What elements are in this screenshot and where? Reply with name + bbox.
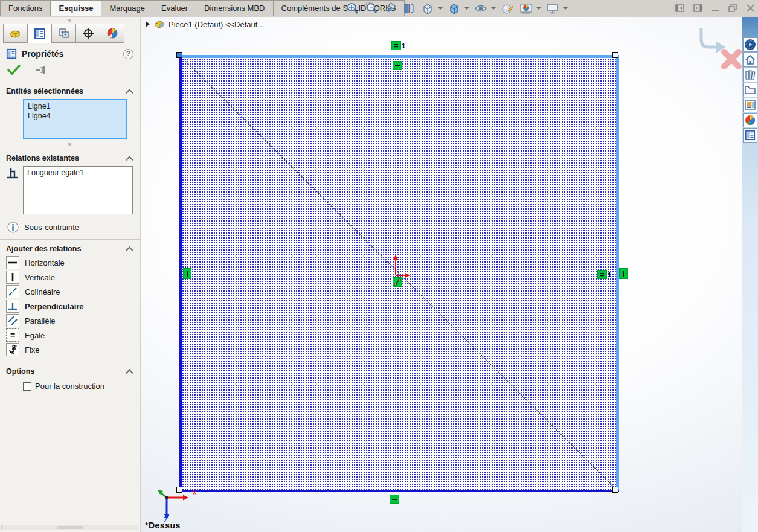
view-palette-icon[interactable]	[743, 98, 757, 112]
tab-esquisse[interactable]: Esquisse	[50, 0, 101, 16]
vertical-relation-badge[interactable]	[619, 268, 628, 279]
previous-view-icon[interactable]	[383, 1, 397, 16]
home-icon[interactable]	[743, 53, 757, 67]
horizontal-relation-badge[interactable]	[390, 495, 399, 504]
listbox-resize-grip[interactable]	[0, 141, 140, 147]
properties-icon	[6, 48, 17, 59]
apply-scene-dropdown[interactable]	[536, 7, 541, 10]
collapse-chevron-icon[interactable]	[126, 246, 133, 254]
close-icon[interactable]	[747, 4, 754, 12]
add-relation-parallele[interactable]: Parallèle	[6, 313, 140, 328]
cancel-sketch-icon[interactable]	[724, 52, 739, 66]
constraint-status-text: Sous-contrainte	[24, 223, 79, 232]
manager-pane-tabs	[0, 24, 140, 43]
add-relation-colineaire[interactable]: Colinéaire	[6, 284, 140, 299]
horizontal-relation-icon	[7, 257, 18, 268]
tab-configuration-manager[interactable]	[51, 24, 76, 43]
zoom-to-area-icon[interactable]	[364, 1, 379, 16]
edit-appearance-icon[interactable]	[500, 1, 515, 16]
selected-entity-item[interactable]: Ligne4	[28, 111, 122, 121]
view-settings-icon[interactable]	[545, 1, 560, 16]
equal-relation-badge[interactable]: =	[391, 41, 401, 50]
parallel-relation-icon	[7, 315, 18, 326]
vertex-handle-top-left[interactable]	[176, 52, 182, 58]
horizontal-relation-badge[interactable]	[393, 61, 402, 70]
options-title: Options	[6, 367, 34, 376]
tab-evaluer[interactable]: Evaluer	[153, 0, 196, 16]
feature-tree-breadcrumb[interactable]: Pièce1 (Défaut) <<Défaut...	[146, 19, 264, 29]
tab-property-manager[interactable]	[27, 24, 52, 43]
part-icon	[154, 19, 164, 29]
vertical-relation-badge[interactable]	[183, 268, 191, 279]
restore-icon[interactable]	[728, 4, 737, 12]
sketch-edge-left[interactable]	[179, 55, 182, 492]
section-selected-entities-header[interactable]: Entités sélectionnées	[0, 83, 140, 98]
existing-relations-title: Relations existantes	[6, 154, 79, 162]
design-library-icon[interactable]	[743, 68, 757, 82]
exit-sketch-icon[interactable]	[701, 28, 717, 47]
section-options-header[interactable]: Options	[0, 364, 140, 378]
file-explorer-icon[interactable]	[743, 83, 757, 97]
hide-show-items-dropdown[interactable]	[491, 7, 496, 10]
collapse-chevron-icon[interactable]	[126, 369, 133, 377]
hide-show-items-icon[interactable]	[474, 1, 488, 16]
expand-tree-icon[interactable]	[146, 21, 150, 27]
vertex-handle-top-right[interactable]	[612, 52, 618, 58]
fix-anchor-icon	[7, 344, 18, 355]
tab-dimxpert-manager[interactable]	[75, 24, 100, 43]
collapse-pane-left-icon[interactable]	[675, 4, 684, 12]
sketch-origin[interactable]	[384, 254, 413, 279]
view-settings-dropdown[interactable]	[563, 7, 568, 10]
collapse-chevron-icon[interactable]	[126, 156, 133, 164]
add-relation-verticale[interactable]: Verticale	[6, 270, 140, 284]
selected-entities-listbox[interactable]: Ligne1 Ligne4	[23, 99, 127, 139]
view-orientation-dropdown[interactable]	[438, 7, 443, 10]
property-manager-header: Propriétés ?	[0, 43, 140, 62]
section-existing-relations-header[interactable]: Relations existantes	[0, 150, 140, 165]
vertex-handle-bottom-right[interactable]	[612, 487, 618, 493]
help-icon[interactable]: ?	[123, 49, 133, 59]
ok-check-icon[interactable]	[7, 65, 21, 75]
appearances-icon[interactable]	[743, 113, 757, 127]
tab-dimensions-mbd[interactable]: Dimensions MBD	[196, 0, 273, 16]
panel-resize-grip[interactable]	[0, 17, 140, 24]
add-relation-egale[interactable]: = Egale	[6, 328, 140, 342]
tab-marquage[interactable]: Marquage	[101, 0, 153, 16]
tab-display-manager[interactable]	[100, 24, 124, 43]
panel-horizontal-scrollbar[interactable]	[1, 525, 138, 530]
pin-icon[interactable]	[35, 65, 48, 75]
tab-feature-manager[interactable]	[3, 24, 28, 43]
display-style-icon[interactable]	[447, 1, 461, 16]
section-add-relations-header[interactable]: Ajouter des relations	[0, 241, 140, 255]
section-view-icon[interactable]	[402, 1, 416, 16]
sketch-edge-bottom[interactable]	[179, 490, 619, 492]
display-style-dropdown[interactable]	[464, 7, 469, 10]
construction-checkbox[interactable]	[23, 382, 31, 391]
tab-fonctions[interactable]: Fonctions	[0, 0, 51, 16]
task-pane	[742, 17, 758, 532]
apply-scene-icon[interactable]	[519, 1, 533, 16]
add-relation-fixe[interactable]: Fixe	[6, 342, 140, 357]
equal-relation-badge[interactable]: =	[597, 270, 607, 279]
add-relation-horizontale[interactable]: Horizontale	[6, 255, 140, 270]
solidworks-resources-icon[interactable]	[743, 37, 757, 52]
property-manager-icon	[34, 28, 46, 40]
custom-properties-icon[interactable]	[743, 128, 757, 143]
selected-entity-item[interactable]: Ligne1	[28, 101, 122, 111]
graphics-area[interactable]: Pièce1 (Défaut) <<Défaut... = 1 = 1	[141, 17, 742, 532]
collapse-pane-right-icon[interactable]	[693, 4, 702, 12]
collapse-chevron-icon[interactable]	[126, 89, 133, 97]
perpendicular-relation-icon	[7, 301, 18, 312]
dimxpert-icon	[82, 27, 95, 39]
minimize-icon[interactable]	[711, 4, 719, 12]
part-name[interactable]: Pièce1 (Défaut) <<Défaut...	[169, 20, 264, 29]
configuration-manager-icon	[57, 27, 71, 39]
zoom-to-fit-icon[interactable]	[345, 1, 360, 16]
panel-title: Propriétés	[22, 49, 118, 59]
equal-relation-index: 1	[402, 42, 405, 50]
existing-relations-listbox[interactable]: Longueur égale1	[23, 166, 133, 214]
add-relation-perpendiculaire[interactable]: Perpendiculaire	[6, 299, 140, 313]
relation-item[interactable]: Longueur égale1	[27, 168, 129, 178]
sketch-edge-top-selected[interactable]	[179, 55, 619, 58]
view-orientation-icon[interactable]	[420, 1, 435, 16]
